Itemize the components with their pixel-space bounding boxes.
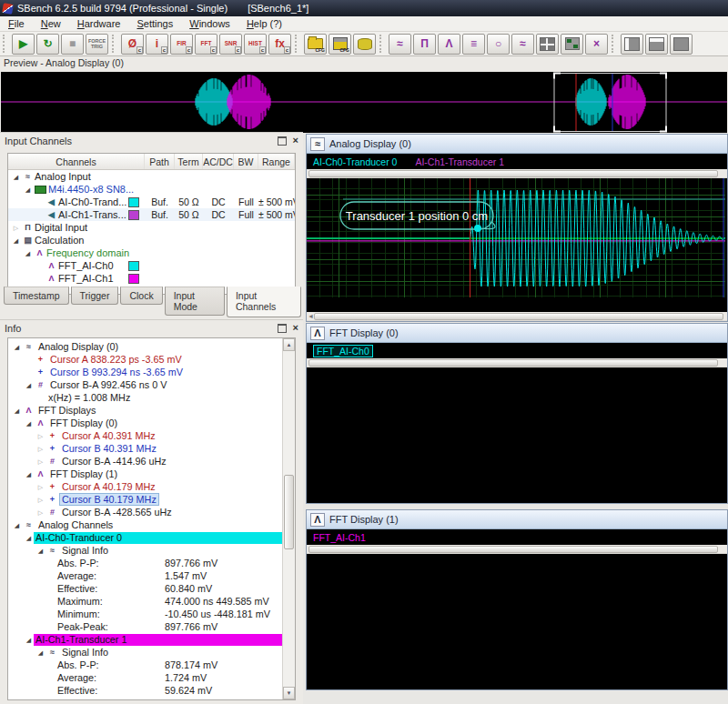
channel-color-swatch[interactable] xyxy=(128,210,139,220)
toolbar-load-config-button[interactable]: CFG xyxy=(304,34,327,55)
channel-row-ai-ch1-trans[interactable]: ◀AI-Ch1-Trans...Buf.50 ΩDCFull± 500 mV xyxy=(8,208,295,221)
menu-help[interactable]: Help (?) xyxy=(238,17,290,30)
scroll-down-button[interactable]: ▼ xyxy=(283,687,295,699)
column-header-range[interactable]: Range xyxy=(258,154,295,169)
menu-new[interactable]: New xyxy=(33,17,69,30)
channel-row-m4i-4450-x8-sn8[interactable]: ◢M4i.4450-x8 SN8... xyxy=(8,183,295,196)
panel-float-icon[interactable] xyxy=(278,136,287,146)
tree-expander-open[interactable]: ◢ xyxy=(11,174,21,180)
info-row[interactable]: +Cursor B 993.294 ns -3.65 mV xyxy=(8,366,283,378)
panel-float-icon[interactable] xyxy=(278,324,287,333)
tab-clock[interactable]: Clock xyxy=(120,287,162,305)
tree-expander-open[interactable]: ◢ xyxy=(11,237,21,244)
tree-expander-closed[interactable]: ▷ xyxy=(35,484,46,490)
info-row[interactable]: ◢AI-Ch1-Transducer 1 xyxy=(8,633,283,646)
toolbar-calc-fir-filter-button[interactable]: FIRc xyxy=(170,34,193,55)
toolbar-calc-snr-button[interactable]: SNRc xyxy=(219,34,242,55)
menu-file[interactable]: File xyxy=(0,17,33,30)
toolbar-force-trigger-button[interactable]: FORCE TRIG xyxy=(86,34,108,55)
channel-color-swatch[interactable] xyxy=(128,197,139,207)
info-row[interactable]: ◢≈Signal Info xyxy=(8,646,283,659)
info-row[interactable]: ◢#Cursor B-A 992.456 ns 0 V xyxy=(8,378,283,391)
channel-row-digital-input[interactable]: ▷ΠDigital Input xyxy=(8,221,295,234)
analog-display-titlebar[interactable]: ≈ Analog Display (0) xyxy=(307,135,727,154)
tree-expander-open[interactable]: ◢ xyxy=(12,407,22,414)
toolbar-tile-displays-button[interactable] xyxy=(536,34,559,55)
info-row[interactable]: Average:1.724 mV xyxy=(8,671,283,684)
tree-expander-open[interactable]: ◢ xyxy=(23,186,33,193)
window-titlebar[interactable]: SBench 6.2.5 build 9794 (Professional - … xyxy=(0,0,728,16)
toolbar-stop-acquisition-button[interactable]: ■ xyxy=(61,34,84,55)
column-header-ac-dc[interactable]: AC/DC xyxy=(203,154,234,169)
toolbar-close-display-button[interactable]: × xyxy=(585,34,608,55)
info-row[interactable]: +Cursor A 838.223 ps -3.65 mV xyxy=(8,353,283,366)
toolbar-loop-acquisition-button[interactable]: ↻ xyxy=(36,34,59,55)
toolbar-save-config-button[interactable]: CFG xyxy=(329,34,351,55)
info-row[interactable]: ◢≈Analog Channels xyxy=(8,518,283,531)
toolbar-start-acquisition-button[interactable]: ▶ xyxy=(12,34,35,55)
info-row[interactable]: ◢ΛFFT Display (0) xyxy=(8,417,283,429)
toolbar-new-fft-display-button[interactable]: Λ xyxy=(438,34,460,55)
info-row[interactable]: ▷+Cursor A 40.179 MHz xyxy=(8,480,283,493)
channel-row-analog-input[interactable]: ◢≈Analog Input xyxy=(8,170,295,183)
info-row[interactable]: Peak-Peak:897.766 mV xyxy=(8,620,283,633)
toolbar-new-digital-display-button[interactable]: Π xyxy=(413,34,436,55)
toolbar-calc-fft-button[interactable]: FFTc xyxy=(195,34,217,55)
info-row[interactable]: Abs. P-P:897.766 mV xyxy=(8,557,283,569)
tree-expander-open[interactable]: ◢ xyxy=(35,649,46,656)
channel-color-swatch[interactable] xyxy=(128,261,139,271)
toolbar-layout-top-pane-button[interactable] xyxy=(645,34,668,55)
fft0-plot-area[interactable] xyxy=(307,367,727,488)
analog-plot-area[interactable]: Transducer 1 position 0 cm xyxy=(307,178,727,297)
info-row[interactable]: ▷#Cursor B-A -414.96 uHz xyxy=(8,455,283,468)
info-row[interactable]: Minimum:-10.450 us -448.181 mV xyxy=(8,608,283,620)
tree-expander-open[interactable]: ◢ xyxy=(24,471,34,478)
toolbar-new-xy-ellipse-display-button[interactable]: ○ xyxy=(487,34,510,55)
toolbar-new-analog-display-button[interactable]: ≈ xyxy=(389,34,411,55)
tree-expander-open[interactable]: ◢ xyxy=(24,420,34,427)
fft1-h-scrollbar[interactable] xyxy=(307,545,727,554)
column-header-path[interactable]: Path xyxy=(145,154,175,169)
tree-expander-open[interactable]: ◢ xyxy=(35,548,46,554)
tree-expander-closed[interactable]: ▷ xyxy=(35,458,46,465)
tree-expander-open[interactable]: ◢ xyxy=(24,637,34,643)
tree-expander-closed[interactable]: ▷ xyxy=(35,497,46,503)
tree-expander-open[interactable]: ◢ xyxy=(24,382,34,388)
scrollbar-thumb[interactable] xyxy=(284,475,294,549)
toolbar-calc-function-button[interactable]: fxc xyxy=(268,34,291,55)
tab-trigger[interactable]: Trigger xyxy=(71,287,119,305)
fft0-h-scrollbar[interactable] xyxy=(307,358,727,367)
tab-input-channels[interactable]: Input Channels xyxy=(227,287,301,317)
info-row[interactable]: x(Hz) = 1.008 MHz xyxy=(8,391,283,404)
info-row[interactable]: ▷+Cursor B 40.391 MHz xyxy=(8,442,283,455)
info-row[interactable]: ▷+Cursor B 40.179 MHz xyxy=(8,493,283,506)
legend-fft-ai-ch1[interactable]: FFT_AI-Ch1 xyxy=(313,532,366,543)
column-header-channels[interactable]: Channels xyxy=(8,154,145,169)
info-row[interactable]: ◢≈Analog Display (0) xyxy=(8,340,283,353)
panel-close-icon[interactable]: × xyxy=(293,136,298,146)
tree-expander-closed[interactable]: ▷ xyxy=(11,225,21,231)
fft1-plot-area[interactable] xyxy=(307,554,727,674)
column-header-term[interactable]: Term xyxy=(175,154,203,169)
tree-expander-closed[interactable]: ▷ xyxy=(35,433,46,439)
toolbar-calc-histogram-button[interactable]: HISTc xyxy=(244,34,267,55)
channel-row-fft-ai-ch0[interactable]: ΛFFT_AI-Ch0 xyxy=(8,259,295,272)
panel-close-icon[interactable]: × xyxy=(293,323,298,333)
info-row[interactable]: Average:1.547 mV xyxy=(8,569,283,582)
toolbar-new-xy-display-button[interactable]: ≈ xyxy=(511,34,534,55)
channel-color-swatch[interactable] xyxy=(128,274,139,284)
preview-plot[interactable] xyxy=(1,72,727,133)
tree-expander-open[interactable]: ◢ xyxy=(12,344,22,350)
channel-row-ai-ch0-trand[interactable]: ◀AI-Ch0-Trand...Buf.50 ΩDCFull± 500 mV xyxy=(8,196,295,208)
toolbar-new-pattern-display-button[interactable]: ≡ xyxy=(462,34,485,55)
menu-windows[interactable]: Windows xyxy=(181,17,238,30)
toolbar-calc-average-button[interactable]: Øc xyxy=(121,34,144,55)
legend-ai-ch0-tranducer-0[interactable]: AI-Ch0-Tranducer 0 xyxy=(313,156,397,167)
menu-settings[interactable]: Settings xyxy=(128,17,181,30)
channel-row-calculation[interactable]: ◢▤Calculation xyxy=(8,234,295,246)
info-row[interactable]: ◢ΛFFT Display (1) xyxy=(8,468,283,480)
tab-input-mode[interactable]: Input Mode xyxy=(165,287,225,316)
legend-ai-ch1-transducer-1[interactable]: AI-Ch1-Transducer 1 xyxy=(415,156,504,167)
info-scrollbar[interactable]: ▲ ▼ xyxy=(282,338,295,699)
info-row[interactable]: ▷#Cursor B-A -428.565 uHz xyxy=(8,506,283,518)
